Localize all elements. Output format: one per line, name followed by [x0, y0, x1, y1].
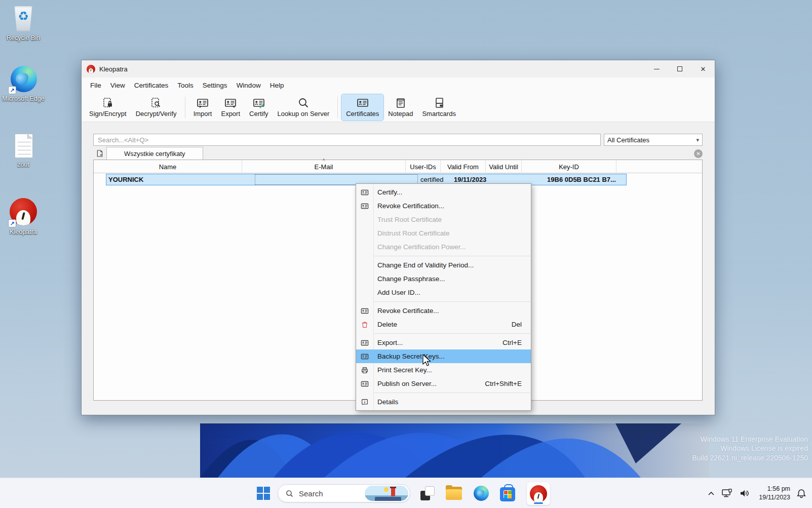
search-highlight-image[interactable] [365, 486, 408, 501]
context-menu-delete[interactable]: Delete Del [356, 318, 531, 331]
smartcards-icon [433, 97, 445, 109]
toolbar-notepad-button[interactable]: Notepad [383, 94, 417, 121]
column-header-valid-until[interactable]: Valid Until [486, 160, 522, 173]
taskbar-clock[interactable]: 1:56 pm 19/11/2023 [759, 485, 790, 502]
shortcut-label: Del [512, 321, 522, 328]
revoke-certificate-icon [359, 307, 370, 315]
menu-certificates[interactable]: Certificates [130, 80, 173, 91]
column-header-name[interactable]: Name [94, 160, 242, 173]
column-header-user-ids[interactable]: User-IDs [406, 160, 441, 173]
certificate-filter-dropdown[interactable]: All Certificates ▾ [604, 134, 703, 146]
column-header-valid-from[interactable]: Valid From [441, 160, 486, 173]
desktop-icon-label: Kleopatra [2, 228, 45, 237]
chevron-down-icon: ▾ [696, 137, 699, 143]
backup-secret-keys-icon [359, 353, 370, 361]
edge-taskbar-button[interactable] [470, 478, 492, 508]
export-icon [224, 97, 237, 109]
tab-bar: Wszystkie certyfikaty ✕ [93, 146, 703, 160]
details-info-icon [359, 398, 370, 406]
desktop-icon-label: Recycle Bin [2, 34, 45, 43]
menu-view[interactable]: View [106, 80, 130, 91]
context-menu-backup-secret-keys[interactable]: Backup Secret Keys... [356, 349, 531, 363]
table-header-row: Name ^ E-Mail User-IDs Valid From Valid … [94, 160, 702, 173]
column-header-key-id[interactable]: Key-ID [522, 160, 616, 173]
context-menu-revoke-certification[interactable]: Revoke Certification... [356, 199, 531, 213]
context-menu-publish-on-server[interactable]: Publish on Server... Ctrl+Shift+E [356, 377, 531, 390]
context-menu-distrust-root-certificate: Distrust Root Certificate [356, 226, 531, 240]
shortcut-label: Ctrl+E [502, 339, 522, 346]
cell-valid-from[interactable]: 19/11/2023 [454, 176, 497, 183]
desktop-icon-edge[interactable]: ↗ Microsoft Edge [2, 65, 45, 103]
notification-bell-icon[interactable] [793, 489, 812, 498]
watermark-line: Windows License is expired [692, 444, 808, 453]
close-tab-icon[interactable]: ✕ [694, 149, 703, 158]
taskbar-search-box[interactable]: Search [278, 484, 410, 502]
kleopatra-icon [530, 485, 547, 502]
context-menu-add-user-id[interactable]: Add User ID... [356, 286, 531, 299]
context-menu-print-secret-key[interactable]: Print Secret Key... [356, 363, 531, 377]
minimize-button[interactable] [645, 60, 668, 77]
taskbar: Search [0, 478, 812, 508]
menu-window[interactable]: Window [232, 80, 265, 91]
desktop-icon-zout[interactable]: zout [2, 133, 45, 169]
microsoft-store-icon [500, 487, 515, 501]
menu-bar: File View Certificates Tools Settings Wi… [82, 77, 715, 93]
menu-separator [374, 393, 530, 393]
column-header-email[interactable]: ^ E-Mail [242, 160, 406, 173]
search-input[interactable] [93, 134, 601, 146]
network-icon[interactable] [718, 489, 737, 498]
new-tab-button[interactable] [93, 147, 106, 160]
menu-help[interactable]: Help [265, 80, 289, 91]
context-menu-change-end-of-validity[interactable]: Change End of Validity Period... [356, 258, 531, 272]
desktop-icon-kleopatra[interactable]: ↗ Kleopatra [2, 198, 45, 237]
toolbar-separator [185, 97, 185, 118]
kleopatra-taskbar-button[interactable] [527, 482, 550, 505]
start-button[interactable] [252, 478, 275, 508]
toolbar-export-button[interactable]: Export [216, 94, 245, 121]
toolbar-sign-encrypt-button[interactable]: Sign/Encrypt [85, 94, 131, 121]
context-menu-revoke-certificate[interactable]: Revoke Certificate... [356, 304, 531, 318]
filter-value: All Certificates [607, 136, 649, 144]
cell-name[interactable]: YOURNICK [108, 176, 255, 183]
file-explorer-icon [446, 487, 462, 500]
desktop-icon-recycle-bin[interactable]: ♻ Recycle Bin [2, 4, 45, 43]
shortcut-arrow-icon: ↗ [8, 86, 16, 94]
maximize-button[interactable] [668, 60, 691, 77]
title-bar[interactable]: Kleopatra ✕ [82, 60, 715, 77]
toolbar-smartcards-button[interactable]: Smartcards [417, 94, 460, 121]
task-view-icon [420, 486, 435, 500]
desktop-icon-label: zout [2, 161, 45, 169]
tray-chevron-up-icon[interactable] [704, 491, 718, 496]
menu-file[interactable]: File [86, 80, 106, 91]
toolbar-certificates-button[interactable]: Certificates [341, 94, 383, 121]
toolbar-lookup-on-server-button[interactable]: Lookup on Server [273, 94, 334, 121]
sort-ascending-icon: ^ [323, 158, 325, 163]
tab-all-certificates[interactable]: Wszystkie certyfikaty [106, 147, 203, 160]
toolbar-separator [337, 97, 338, 118]
cell-key-id[interactable]: 19B6 0D5B BC21 B7... [536, 176, 627, 183]
cell-user-ids[interactable]: certified [420, 176, 453, 183]
edge-icon: ↗ [9, 65, 37, 93]
toolbar-import-button[interactable]: Import [189, 94, 217, 121]
menu-settings[interactable]: Settings [198, 80, 232, 91]
task-view-button[interactable] [416, 478, 439, 508]
context-menu-certify[interactable]: Certify... [356, 185, 531, 199]
toolbar: Sign/Encrypt Decrypt/Verify Import Expor… [82, 93, 715, 122]
microsoft-store-button[interactable] [496, 478, 519, 508]
close-button[interactable]: ✕ [691, 60, 715, 77]
kleopatra-icon: ↗ [9, 198, 37, 226]
volume-icon[interactable] [737, 489, 754, 497]
context-menu-change-certification-power: Change Certification Power... [356, 240, 531, 254]
context-menu-export[interactable]: Export... Ctrl+E [356, 336, 531, 349]
toolbar-certify-button[interactable]: Certify [245, 94, 273, 121]
edge-icon [474, 486, 489, 501]
watermark-line: Windows 11 Enterprise Evaluation [692, 435, 808, 444]
menu-separator [374, 256, 530, 256]
context-menu-details[interactable]: Details [356, 395, 531, 409]
file-explorer-button[interactable] [443, 478, 465, 508]
window-title: Kleopatra [99, 65, 128, 73]
menu-tools[interactable]: Tools [173, 80, 198, 91]
toolbar-decrypt-verify-button[interactable]: Decrypt/Verify [131, 94, 181, 121]
context-menu-change-passphrase[interactable]: Change Passphrase... [356, 272, 531, 286]
revoke-certification-icon [359, 202, 370, 210]
